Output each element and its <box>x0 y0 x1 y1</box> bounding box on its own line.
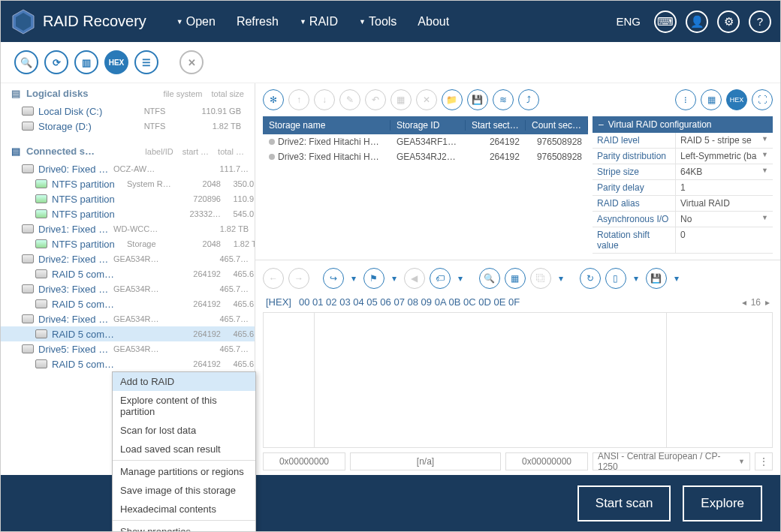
chevron-down-icon[interactable]: ▾ <box>556 268 566 289</box>
prev-hit-icon[interactable]: ◀ <box>404 268 425 289</box>
raid-config-row[interactable]: Rotation shift value0 <box>593 227 773 254</box>
search-hex-icon[interactable]: 🔍 <box>479 268 500 289</box>
hex-width-prev[interactable]: ◂ <box>742 297 746 308</box>
context-explore-content-of-this-partition[interactable]: Explore content of this partition <box>113 391 255 421</box>
explore-button[interactable]: Explore <box>683 485 762 521</box>
menu-open[interactable]: ▼Open <box>169 12 223 32</box>
context-load-saved-scan-result[interactable]: Load saved scan result <box>113 440 255 458</box>
back-icon[interactable]: ← <box>263 268 284 289</box>
save-icon[interactable]: 💾 <box>467 89 488 110</box>
hex-bytes[interactable] <box>315 313 667 447</box>
refresh-icon[interactable]: ⟳ <box>44 50 68 74</box>
drive-row[interactable]: Drive1: Fixed …WD-WCC…1.82 TB <box>1 221 255 236</box>
raid-config-row[interactable]: Parity distributionLeft-Symmetric (ba▼ <box>593 149 773 164</box>
context-add-to-raid[interactable]: Add to RAID <box>113 372 255 391</box>
raid-config-row[interactable]: Stripe size64KB▼ <box>593 164 773 180</box>
chevron-down-icon[interactable]: ▾ <box>348 268 359 289</box>
storage-row[interactable]: Drive3: Fixed Hitachi HDP7250…GEA534RJ20… <box>263 149 588 164</box>
raid-config-row[interactable]: Asynchronous I/ONo▼ <box>593 212 773 227</box>
raid-build-icon[interactable]: ▥ <box>74 50 98 74</box>
raid-config-row[interactable]: RAID levelRAID 5 - stripe se▼ <box>593 133 773 149</box>
remove-icon[interactable]: ✕ <box>416 89 437 110</box>
menu-raid[interactable]: ▼RAID <box>292 12 345 32</box>
open-folder-icon[interactable]: 📁 <box>442 89 463 110</box>
context-show-properties[interactable]: Show properties <box>113 522 255 532</box>
context-menu: Add to RAIDExplore content of this parti… <box>112 371 256 532</box>
reload-icon[interactable]: ↻ <box>580 268 601 289</box>
copy-icon[interactable]: ⿻ <box>530 268 551 289</box>
expand-icon[interactable]: ⛶ <box>752 89 773 110</box>
col-total: total … <box>218 147 244 156</box>
raid-config-row[interactable]: Parity delay1 <box>593 180 773 196</box>
partition-row[interactable]: RAID 5 com…264192465.6… <box>1 296 255 311</box>
context-scan-for-lost-data[interactable]: Scan for lost data <box>113 421 255 440</box>
user-icon[interactable]: 👤 <box>686 11 708 33</box>
activity-icon[interactable]: ⫶ <box>675 89 696 110</box>
grid-icon[interactable]: ▦ <box>505 268 526 289</box>
hex-encoding-apply[interactable]: ⋮ <box>755 452 773 470</box>
hex-header-row: [HEX] 00 01 02 03 04 05 06 07 08 09 0A 0… <box>255 293 780 311</box>
chevron-down-icon[interactable]: ▾ <box>631 268 641 289</box>
partition-row[interactable]: RAID 5 com…264192465.6… <box>1 356 255 371</box>
chevron-down-icon[interactable]: ▾ <box>389 268 400 289</box>
hex-encoding-select[interactable]: ANSI - Central European / CP-1250▼ <box>593 452 750 470</box>
move-down-icon[interactable]: ↓ <box>314 89 335 110</box>
th-count[interactable]: Count sec… <box>526 120 588 131</box>
forward-icon[interactable]: → <box>288 268 309 289</box>
tag-icon[interactable]: 🏷 <box>430 268 451 289</box>
drive-row[interactable]: Drive3: Fixed …GEA534R…465.7… <box>1 281 255 296</box>
start-scan-button[interactable]: Start scan <box>577 485 671 521</box>
columns-icon[interactable]: ▯ <box>605 268 626 289</box>
hex-mini-icon[interactable]: HEX <box>726 89 747 110</box>
auto-build-icon[interactable]: ✻ <box>263 89 284 110</box>
export-icon[interactable]: ⤴ <box>518 89 539 110</box>
drive-row[interactable]: Drive0: Fixed …OCZ-AW…111.7… <box>1 161 255 176</box>
list-icon[interactable]: ☰ <box>134 50 158 74</box>
hex-width-next[interactable]: ▸ <box>765 297 770 308</box>
close-icon[interactable]: ✕ <box>179 50 204 74</box>
partition-row[interactable]: NTFS partition720896110.9… <box>1 191 255 206</box>
th-name[interactable]: Storage name <box>263 120 390 131</box>
partition-row[interactable]: NTFS partitionSystem R…2048350.0… <box>1 176 255 191</box>
chart-icon[interactable]: ▦ <box>701 89 722 110</box>
partition-row[interactable]: RAID 5 com…264192465.6… <box>1 266 255 281</box>
bookmark-icon[interactable]: ⚑ <box>363 268 384 289</box>
context-hexadecimal-contents[interactable]: Hexadecimal contents <box>113 500 255 518</box>
main-menu: ▼OpenRefresh▼RAID▼ToolsAbout <box>169 12 457 32</box>
menu-refresh[interactable]: Refresh <box>229 12 286 32</box>
menu-about[interactable]: About <box>410 12 457 32</box>
hex-gutter <box>264 313 315 447</box>
language-selector[interactable]: ENG <box>616 15 641 28</box>
hex-view-icon[interactable]: HEX <box>104 50 128 74</box>
partition-row[interactable]: NTFS partition23332…545.0… <box>1 206 255 221</box>
partition-row[interactable]: RAID 5 com…264192465.6… <box>1 326 255 341</box>
th-start[interactable]: Start sect… <box>466 120 526 131</box>
logical-disk-row[interactable]: Storage (D:)NTFS1.82 TB <box>1 119 255 134</box>
help-icon[interactable]: ? <box>749 11 771 33</box>
drive-row[interactable]: Drive5: Fixed …GEA534R…465.7… <box>1 341 255 356</box>
hex-width-nav: ◂ 16 ▸ <box>742 297 770 308</box>
layers-icon[interactable]: ≋ <box>493 89 514 110</box>
drive-row[interactable]: Drive2: Fixed …GEA534R…465.7… <box>1 251 255 266</box>
drive-row[interactable]: Drive4: Fixed …GEA534R…465.7… <box>1 311 255 326</box>
keyboard-icon[interactable]: ⌨ <box>654 11 677 33</box>
menu-tools[interactable]: ▼Tools <box>351 12 404 32</box>
chevron-down-icon[interactable]: ▾ <box>671 268 682 289</box>
logical-disk-row[interactable]: Local Disk (C:)NTFS110.91 GB <box>1 104 255 119</box>
th-id[interactable]: Storage ID <box>390 120 466 131</box>
search-icon[interactable]: 🔍 <box>14 50 38 74</box>
goto-icon[interactable]: ↪ <box>323 268 344 289</box>
chevron-down-icon[interactable]: ▾ <box>455 268 466 289</box>
placeholder-icon[interactable]: ▦ <box>390 89 412 110</box>
undo-icon[interactable]: ↶ <box>365 89 386 110</box>
move-up-icon[interactable]: ↑ <box>288 89 309 110</box>
partition-row[interactable]: NTFS partitionStorage20481.82 TB <box>1 236 255 251</box>
context-manage-partitions-or-regions[interactable]: Manage partitions or regions <box>113 462 255 481</box>
raid-config-row[interactable]: RAID aliasVirtual RAID <box>593 196 773 212</box>
edit-icon[interactable]: ✎ <box>339 89 360 110</box>
app-title: RAID Recovery <box>43 13 146 30</box>
context-save-image-of-this-storage[interactable]: Save image of this storage <box>113 481 255 500</box>
storage-row[interactable]: Drive2: Fixed Hitachi HDP7250…GEA534RF1W… <box>263 134 588 149</box>
gear-icon[interactable]: ⚙ <box>717 11 740 33</box>
save-hex-icon[interactable]: 💾 <box>646 268 667 289</box>
